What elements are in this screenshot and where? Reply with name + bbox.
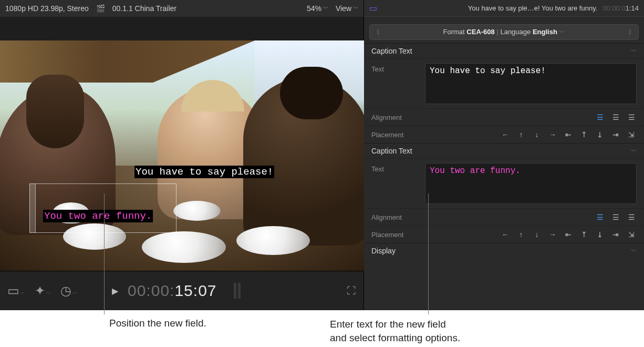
caption-text-input-2[interactable] (425, 163, 637, 204)
chevron-down-icon: ﹀ (631, 47, 637, 55)
edge-right-icon[interactable]: ⇥ (610, 230, 621, 239)
align-center-icon[interactable]: ☰ (610, 213, 621, 221)
edge-top-icon[interactable]: ⤒ (579, 130, 589, 139)
zoom-value: 54% (307, 4, 321, 13)
app-window: 1080p HD 23.98p, Stereo 🎬 00.1.1 China T… (0, 0, 644, 310)
annotation-leader-2 (428, 193, 429, 314)
nudge-up-icon[interactable]: ↑ (516, 230, 526, 239)
viewer-pane: 1080p HD 23.98p, Stereo 🎬 00.1.1 China T… (0, 0, 364, 310)
format-language-dropdown[interactable]: Format CEA-608 | Language English ﹀ (383, 28, 625, 36)
display-section[interactable]: Display ﹀ (364, 243, 644, 258)
align-right-icon[interactable]: ☰ (626, 113, 637, 121)
video-viewer[interactable]: You have to say please! You two are funn… (0, 40, 364, 271)
placement-row-1: Placement ← ↑ ↓ → ⇤ ⤒ ⤓ ⇥ ⇲ (364, 126, 644, 143)
nudge-down-icon[interactable]: ↓ (532, 230, 542, 239)
chevron-down-icon: ﹀ (353, 5, 358, 12)
nudge-left-icon[interactable]: ← (500, 130, 511, 139)
clapperboard-icon[interactable]: 🎬 (96, 4, 105, 13)
caption-summary: You have to say ple…e! You two are funny… (382, 4, 597, 12)
caption-text-section-1[interactable]: Caption Text ﹀ (364, 43, 644, 58)
view-label: View (336, 4, 351, 13)
viewer-top-gap (0, 17, 363, 40)
caption-overlay-2[interactable]: You two are funny. (43, 210, 153, 222)
caption-overlay-1[interactable]: You have to say please! (134, 166, 274, 178)
nudge-down-icon[interactable]: ↓ (532, 130, 542, 139)
format-language-bar: 〈 Format CEA-608 | Language English ﹀ 〉 (369, 24, 639, 40)
center-icon[interactable]: ⇲ (626, 230, 637, 239)
caption-move-handle[interactable] (29, 183, 36, 233)
alignment-row-2: Alignment ☰ ☰ ☰ (364, 208, 644, 226)
inspector-header: ▭ You have to say ple…e! You two are fun… (364, 0, 644, 17)
alignment-buttons-2: ☰ ☰ ☰ (425, 213, 637, 221)
zoom-dropdown[interactable]: 54% ﹀ (307, 4, 328, 13)
annotation-leader-1 (104, 193, 105, 314)
placement-label: Placement (371, 231, 419, 239)
caption-field-box[interactable] (29, 183, 176, 233)
nudge-right-icon[interactable]: → (547, 130, 558, 139)
edge-bottom-icon[interactable]: ⤓ (595, 130, 605, 139)
placement-buttons-1: ← ↑ ↓ → ⇤ ⤒ ⤓ ⇥ ⇲ (425, 130, 637, 139)
play-button[interactable]: ▶ (112, 286, 118, 296)
timecode-hot: 15:07 (174, 282, 216, 299)
text-row-2: Text (364, 158, 644, 208)
edge-right-icon[interactable]: ⇥ (610, 130, 621, 139)
align-left-icon[interactable]: ☰ (595, 213, 605, 221)
chevron-down-icon: ﹀ (559, 29, 565, 35)
text-label: Text (371, 63, 419, 73)
center-icon[interactable]: ⇲ (626, 130, 637, 139)
viewer-header: 1080p HD 23.98p, Stereo 🎬 00.1.1 China T… (0, 0, 363, 17)
annotation-callouts: Position the new field. Enter text for t… (0, 310, 644, 344)
layout-menu[interactable]: ▭﹀ (7, 283, 25, 298)
caption-text-input-1[interactable] (425, 63, 637, 104)
effects-menu[interactable]: ✦﹀ (35, 283, 51, 298)
chevron-down-icon: ﹀ (631, 247, 637, 255)
nudge-left-icon[interactable]: ← (500, 230, 511, 239)
view-dropdown[interactable]: View ﹀ (336, 4, 358, 13)
timecode-dim: 00:00: (128, 282, 174, 299)
clip-name[interactable]: 00.1.1 China Trailer (112, 4, 176, 13)
edge-left-icon[interactable]: ⇤ (563, 230, 574, 239)
callout-left: Position the new field. (109, 318, 267, 344)
prev-caption-button[interactable]: 〈 (370, 28, 383, 37)
placement-buttons-2: ← ↑ ↓ → ⇤ ⤒ ⤓ ⇥ ⇲ (425, 230, 637, 239)
placement-label: Placement (371, 131, 419, 139)
inspector-timecode: 00:00:01:14 (603, 4, 639, 12)
timecode-display[interactable]: 00:00:15:07 (128, 282, 217, 300)
caption-text-section-2[interactable]: Caption Text ﹀ (364, 143, 644, 158)
alignment-row-1: Alignment ☰ ☰ ☰ (364, 108, 644, 126)
audio-meter (234, 283, 241, 299)
text-row-1: Text (364, 58, 644, 108)
inspector-pane: ▭ You have to say ple…e! You two are fun… (364, 0, 644, 310)
alignment-label: Alignment (371, 213, 419, 221)
align-right-icon[interactable]: ☰ (626, 213, 637, 221)
align-center-icon[interactable]: ☰ (610, 113, 621, 121)
viewer-toolbar: ▭﹀ ✦﹀ ◷﹀ ▶ 00:00:15:07 ⛶ (0, 271, 363, 310)
fullscreen-button[interactable]: ⛶ (347, 285, 356, 297)
alignment-buttons-1: ☰ ☰ ☰ (425, 113, 637, 121)
edge-left-icon[interactable]: ⇤ (563, 130, 574, 139)
nudge-right-icon[interactable]: → (547, 230, 558, 239)
alignment-label: Alignment (371, 114, 419, 121)
edge-top-icon[interactable]: ⤒ (579, 230, 589, 239)
text-label: Text (371, 163, 419, 173)
format-info: 1080p HD 23.98p, Stereo (5, 4, 89, 13)
placement-row-2: Placement ← ↑ ↓ → ⇤ ⤒ ⤓ ⇥ ⇲ (364, 226, 644, 243)
next-caption-button[interactable]: 〉 (625, 28, 638, 37)
align-left-icon[interactable]: ☰ (595, 113, 605, 121)
retime-menu[interactable]: ◷﹀ (60, 283, 77, 298)
callout-right: Enter text for the new field and select … (330, 318, 577, 344)
edge-bottom-icon[interactable]: ⤓ (595, 230, 605, 239)
nudge-up-icon[interactable]: ↑ (516, 130, 526, 139)
caption-icon[interactable]: ▭ (369, 3, 377, 13)
chevron-down-icon: ﹀ (323, 5, 328, 12)
chevron-down-icon: ﹀ (631, 147, 637, 155)
